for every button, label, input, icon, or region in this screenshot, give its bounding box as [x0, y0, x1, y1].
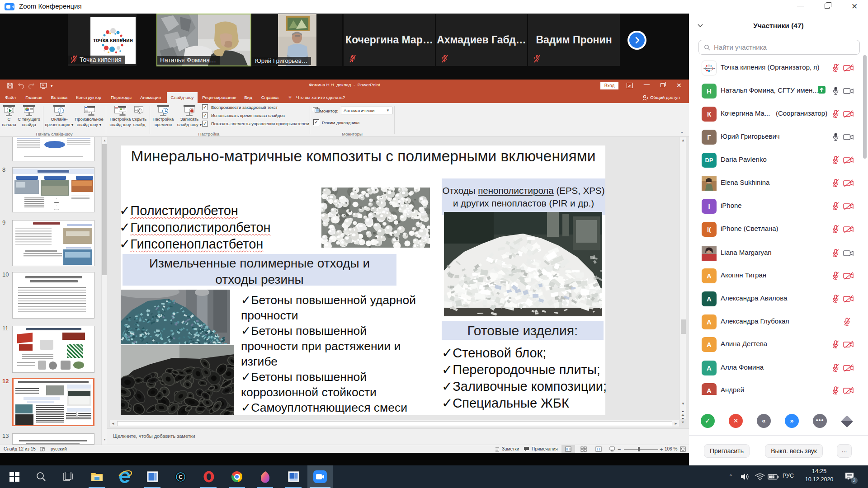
svg-text:точка кипения: точка кипения: [93, 37, 133, 43]
svg-text:C: C: [179, 474, 183, 480]
svg-text:точка кипения: точка кипения: [703, 67, 715, 69]
